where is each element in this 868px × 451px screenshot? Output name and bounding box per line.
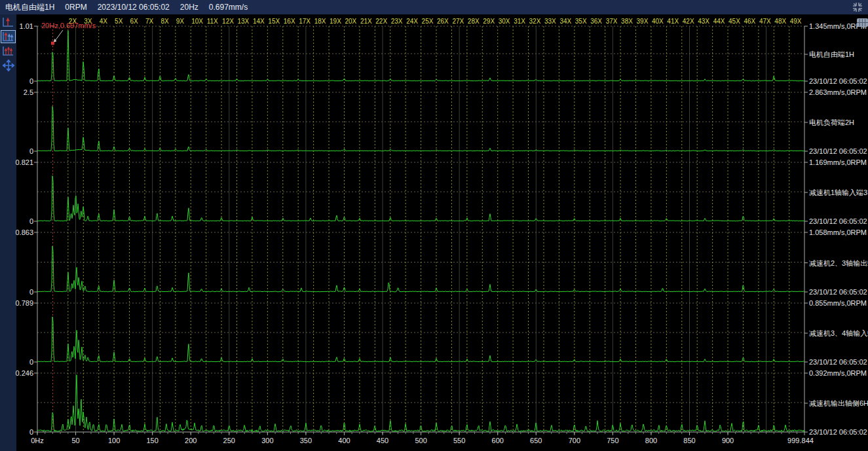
harmonic-label: 17X <box>299 18 311 25</box>
overall-value-label: 0.855mm/s,0RPM <box>809 299 867 307</box>
harmonic-label: 38X <box>621 18 633 25</box>
x-tick-label: 200 <box>185 437 197 444</box>
y-zero-label: 0 <box>29 147 33 155</box>
channel-info-ch2: 2.863mm/s,0RPM电机负荷端2H23/10/12 06:05:02 <box>804 88 867 155</box>
harmonic-label: 9X <box>176 18 185 25</box>
harmonic-label: 14X <box>253 18 265 25</box>
harmonic-label: 22X <box>375 18 387 25</box>
y-zero-label: 0 <box>29 428 33 436</box>
harmonic-label: 20X <box>345 18 356 25</box>
harmonic-label: 19X <box>330 18 341 25</box>
y-max-label: 0.821 <box>15 158 33 166</box>
y-max-label: 0.246 <box>15 369 33 377</box>
channel-info-ch4: 1.058mm/s,0RPM减速机2、3轴输出端4A23/10/12 06:05… <box>804 228 868 296</box>
harmonic-label: 37X <box>606 18 618 25</box>
harmonic-label: 28X <box>468 18 480 25</box>
overall-value-label: 1.058mm/s,0RPM <box>809 228 867 236</box>
y-max-label: 0.789 <box>15 299 33 307</box>
timestamp-label: 23/10/12 06:05:02 <box>809 217 867 225</box>
harmonic-label: 16X <box>284 18 295 25</box>
timestamp-label: 23/10/12 06:05:02 <box>809 288 867 296</box>
harmonic-label: 35X <box>575 18 587 25</box>
y-zero-label: 0 <box>29 358 33 366</box>
harmonic-label: 4X <box>100 18 108 25</box>
channel-name-label: 电机自由端1H <box>809 50 854 58</box>
x-tick-label: 800 <box>645 437 657 444</box>
x-tick-label: 600 <box>492 437 504 444</box>
channel-info-ch5: 0.855mm/s,0RPM减速机3、4轴输入端5V23/10/12 06:05… <box>804 299 868 366</box>
x-tick-label: 900 <box>722 437 734 444</box>
harmonic-label: 48X <box>774 18 786 25</box>
titlebar-amplitude: 0.697mm/s <box>209 3 248 12</box>
spectrum-chart[interactable]: 2X3X4X5X6X7X8X9X10X11X12X13X14X15X16X17X… <box>0 14 868 451</box>
y-max-label: 2.5 <box>24 88 33 96</box>
harmonic-label: 10X <box>191 18 203 25</box>
y-axis-labels-ch1: 1.010 <box>20 22 37 85</box>
title-bar: 电机自由端1H 0RPM 2023/10/12 06:05:02 20Hz 0.… <box>0 0 868 14</box>
y-axis-labels-ch6: 0.2460 <box>15 369 37 436</box>
timestamp-label: 23/10/12 06:05:02 <box>809 358 867 366</box>
channel-name-label: 减速机输出轴侧6H <box>809 399 868 407</box>
harmonic-label: 39X <box>637 18 649 25</box>
x-tick-label: 300 <box>261 437 273 444</box>
timestamp-label: 23/10/12 06:05:02 <box>809 428 867 436</box>
peak-marker[interactable] <box>51 42 54 45</box>
harmonic-label: 15X <box>268 18 280 25</box>
channel-list-icon[interactable] <box>857 18 868 27</box>
harmonic-label: 5X <box>115 18 123 25</box>
harmonic-label: 13X <box>238 18 250 25</box>
x-tick-label: 999.844 <box>787 437 814 444</box>
channel-info-ch1: 1.345mm/s,0RPM电机自由端1H23/10/12 06:05:02 <box>804 22 867 85</box>
harmonic-label: 6X <box>130 18 139 25</box>
x-tick-label: 500 <box>415 437 426 444</box>
harmonic-label: 40X <box>652 18 664 25</box>
x-tick-label: 400 <box>338 437 350 444</box>
x-tick-label: 550 <box>453 437 465 444</box>
x-tick-label: 50 <box>71 437 79 444</box>
harmonic-label: 25X <box>422 18 434 25</box>
y-zero-label: 0 <box>29 288 33 296</box>
x-tick-label: 250 <box>223 437 235 444</box>
x-tick-label: 650 <box>530 437 542 444</box>
titlebar-datetime: 2023/10/12 06:05:02 <box>98 3 170 12</box>
harmonic-label: 29X <box>483 18 495 25</box>
overall-value-label: 0.392mm/s,0RPM <box>809 369 867 377</box>
harmonic-label: 49X <box>790 18 802 25</box>
y-zero-label: 0 <box>29 77 33 85</box>
harmonic-label: 27X <box>452 18 464 25</box>
collapse-icon[interactable] <box>851 1 864 13</box>
y-axis-labels-ch5: 0.7890 <box>15 299 37 366</box>
harmonic-label: 44X <box>713 18 725 25</box>
harmonic-label: 21X <box>360 18 372 25</box>
harmonic-label: 30X <box>499 18 510 25</box>
y-max-label: 0.863 <box>15 228 33 236</box>
harmonic-label: 36X <box>590 18 602 25</box>
overall-value-label: 1.169mm/s,0RPM <box>809 158 867 166</box>
harmonic-label: 41X <box>667 18 679 25</box>
harmonic-label: 31X <box>514 18 525 25</box>
harmonic-label: 23X <box>391 18 403 25</box>
harmonic-label: 42X <box>683 18 694 25</box>
cursor-annotation-label: 20Hz,0.697mm/s <box>41 22 96 29</box>
harmonic-label: 45X <box>728 18 740 25</box>
harmonic-label: 12X <box>222 18 234 25</box>
titlebar-channel: 电机自由端1H <box>5 2 54 13</box>
y-max-label: 1.01 <box>20 22 33 30</box>
timestamp-label: 23/10/12 06:05:02 <box>809 77 867 85</box>
timestamp-label: 23/10/12 06:05:02 <box>809 147 867 155</box>
harmonic-label: 26X <box>437 18 449 25</box>
channel-name-label: 电机负荷端2H <box>809 118 854 126</box>
overall-value-label: 2.863mm/s,0RPM <box>809 88 867 96</box>
x-tick-label: 450 <box>377 437 388 444</box>
y-axis-labels-ch2: 2.50 <box>24 88 37 155</box>
harmonic-label: 8X <box>160 18 169 25</box>
x-tick-label: 750 <box>607 437 618 444</box>
harmonic-label: 24X <box>406 18 418 25</box>
channel-name-label: 减速机2、3轴输出端4A <box>809 259 868 267</box>
titlebar-freq: 20Hz <box>180 3 198 12</box>
y-axis-labels-ch4: 0.8630 <box>15 228 37 296</box>
harmonic-label: 46X <box>744 18 755 25</box>
harmonic-label: 43X <box>698 18 709 25</box>
y-zero-label: 0 <box>29 217 33 225</box>
x-tick-label: 150 <box>146 437 158 444</box>
